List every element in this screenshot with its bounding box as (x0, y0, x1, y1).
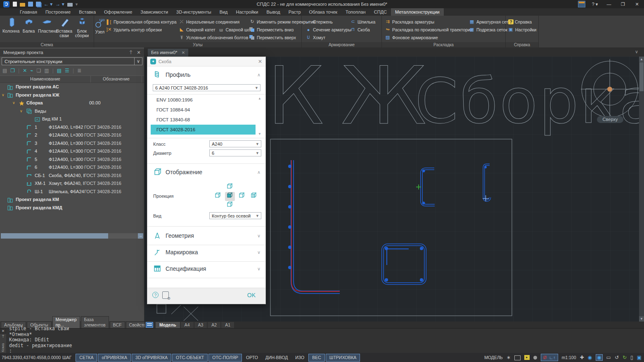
new-file-icon[interactable] (13, 2, 17, 7)
ucs-axis-icon[interactable]: ∟↑ (549, 354, 556, 361)
pin-icon[interactable]: ⍑ (128, 49, 134, 57)
sheet-tab-model[interactable]: Модель (156, 322, 180, 328)
projection-bottom-button[interactable] (225, 201, 235, 210)
section-marking[interactable]: Маркировка ∨ (147, 247, 265, 259)
collapse-icon[interactable]: ∧ (257, 72, 260, 78)
delete-icon[interactable]: ✕ (23, 68, 27, 73)
expand-icon[interactable]: ∨ (257, 233, 260, 239)
tab-oblaka-tochek[interactable]: Облака точек (305, 8, 342, 16)
rod-button[interactable]: ⌐Стержень (305, 18, 348, 26)
arbitrary-contour-trim-button[interactable]: ▌[Произвольная обрезка контура (106, 18, 177, 26)
tab-vstavka[interactable]: Вставка (75, 8, 100, 16)
combo-arrow-icon[interactable]: ∨ (134, 58, 142, 65)
tree-item-rebar-5[interactable]: 5Ф12А400, L=300ГОСТ 34028-2016 (0, 156, 143, 164)
column-designation[interactable]: Обозначение (91, 76, 142, 83)
tab-vid[interactable]: Вид (215, 8, 232, 16)
tab-vyvod[interactable]: Вывод (262, 8, 284, 16)
monitor-icon[interactable] (514, 355, 521, 360)
help-menu-button[interactable]: ? ▾ (588, 0, 602, 8)
section-display[interactable]: Отображение ∧ (147, 167, 265, 179)
regen-icon[interactable]: ↻ (623, 355, 627, 360)
tree-item-project-kmd[interactable]: Проект раздела КМД (0, 204, 143, 212)
settings-button[interactable]: ▣Настройки (507, 26, 540, 33)
tree-item-project-as[interactable]: Проект раздела АС (0, 83, 143, 91)
toggle-ots-polyar[interactable]: ОТС-ПОЛЯР (208, 354, 242, 362)
new-project-icon[interactable]: ▤ (2, 68, 7, 73)
tab-nastroyki[interactable]: Настройки (232, 8, 263, 16)
dialog-title-bar[interactable]: ✦ Скоба ✕ (147, 57, 265, 66)
bolt-symbols-button[interactable]: ŦУсловные обозначения болтов (178, 33, 247, 41)
collapse-icon[interactable]: ∧ (257, 170, 260, 175)
hairpin-button[interactable]: ⊂Шпилька (350, 18, 379, 26)
projection-left-button[interactable] (213, 192, 223, 201)
tab-baza-elementov[interactable]: База элементов (81, 316, 109, 328)
tree-item-project-kzh[interactable]: ∨ Проект раздела КЖ (0, 91, 143, 99)
tree-item-rebar-4[interactable]: 4Ф12А400, L=300ГОСТ 34028-2016 (0, 147, 143, 156)
paste-icon[interactable]: ▥ (44, 68, 49, 73)
toggle-shtrikhovka[interactable]: ШТРИХОВКА (326, 354, 360, 362)
tree-item-rebar-3[interactable]: 3Ф12А400, L=300ГОСТ 34028-2016 (0, 140, 143, 148)
scale-indicator[interactable]: m1:100 (562, 355, 576, 360)
command-line-panel[interactable]: ✕ ⍑ Кома stpile - Вставка сваи *Отмена* … (0, 328, 644, 353)
copy-icon[interactable]: ❏ (37, 68, 41, 73)
plate-button[interactable]: Пластина (38, 17, 55, 38)
expand-icon[interactable]: ∨ (257, 266, 260, 272)
permanent-joints-button[interactable]: ⤬Неразъемные соединения (178, 18, 247, 26)
canvas-vertical-scrollbar[interactable]: ▲ ▼ (639, 57, 644, 322)
mesh-trim-button[interactable]: ▦Подрезка сеток (469, 26, 508, 33)
zoom-window-icon[interactable]: ◉ (596, 354, 602, 361)
no-constraints-icon[interactable]: Ø (543, 354, 547, 361)
document-tab[interactable]: Без имени0*✕ (148, 49, 188, 57)
scroll-up-icon[interactable]: ▲ (639, 57, 644, 62)
project-type-combo[interactable]: Строительные конструкции ∨ (2, 57, 142, 65)
view-mode-combo[interactable]: Контур без осевой▼ (209, 212, 261, 219)
ok-button[interactable]: OK (247, 292, 256, 298)
layout-by-path-button[interactable]: ↬Раскладка по произвольной траектории (384, 26, 467, 33)
toggle-3d-oprivyazka[interactable]: 3D оПРИВЯЗКА (132, 354, 171, 362)
tree-item-project-km[interactable]: Проект раздела КМ (0, 196, 143, 204)
tab-zavisimosti[interactable]: Зависимости (136, 8, 172, 16)
tab-topoplan[interactable]: Топоплан (341, 8, 370, 16)
list-scroll-down-icon[interactable]: ▼ (257, 132, 262, 136)
columns-icon[interactable]: ≣ (77, 68, 81, 73)
toggle-ots-obyekt[interactable]: ОТС-ОБЪЕКТ (172, 354, 208, 362)
tab-oformlenie[interactable]: Оформление (100, 8, 136, 16)
tab-3d-instrumenty[interactable]: 3D-инструменты (172, 8, 215, 16)
profile-combo[interactable]: 6 А240 ГОСТ 34028-2016▼ (153, 84, 260, 91)
tree-item-sborka[interactable]: ∨ Сборка 00.00 (0, 99, 143, 107)
dialog-close-icon[interactable]: ✕ (258, 57, 262, 66)
redo-icon[interactable]: → ▾ (55, 2, 64, 7)
tree-item-homut[interactable]: ХМ-1Хомут, Ф6А240, IГОСТ 34028-2016 (0, 180, 143, 188)
command-history[interactable]: stpile - Вставка сваи *Отмена* Команда: … (9, 326, 72, 354)
zoom-icon[interactable]: ◉ (588, 355, 592, 360)
tab-spds[interactable]: СПДС (370, 8, 391, 16)
standard-option-selected[interactable]: ГОСТ 34028-2016 (151, 125, 256, 135)
tree-item-rebar-1[interactable]: 1Ф15А400, L=842ГОСТ 34028-2016 (0, 123, 143, 132)
open-file-icon[interactable] (20, 3, 25, 7)
pan-icon[interactable]: ✚ (580, 355, 584, 360)
scrollbar-thumb[interactable] (639, 62, 644, 91)
lamp-icon[interactable] (533, 356, 537, 360)
tree-item-rebar-6[interactable]: 6Ф12А400, L=300ГОСТ 34028-2016 (0, 163, 143, 172)
selection-cursor-icon[interactable]: ▸ (524, 355, 530, 360)
undo-icon[interactable]: ← ▾ (44, 2, 52, 7)
expander-icon[interactable]: ∨ (20, 107, 23, 116)
section-profile[interactable]: Профиль ∧ (147, 69, 265, 82)
tab-bcf[interactable]: BCF (110, 322, 125, 328)
rebar-section-button[interactable]: ●Сечение арматуры (305, 26, 348, 33)
tab-metallokonstruktsii[interactable]: Металлоконструкции (391, 8, 444, 16)
tree-horizontal-scrollbar[interactable]: ← → (1, 233, 143, 239)
panel-close-icon[interactable]: ✕ (135, 49, 142, 57)
maximize-button[interactable]: ❐ (616, 0, 630, 8)
weld-leg-button[interactable]: Сварной катет (186, 27, 215, 32)
toggle-setka[interactable]: СЕТКА (76, 354, 97, 362)
toggle-shag[interactable]: ШАГ (59, 354, 75, 361)
weld-seam-button[interactable]: Сварной шов (226, 27, 253, 32)
expander-icon[interactable]: ∨ (12, 99, 15, 107)
tab-postroenie[interactable]: Построение (41, 8, 75, 16)
fullscreen-icon[interactable]: ▣ (637, 355, 642, 360)
delete-trim-contour-button[interactable]: ]✕Удалить контур обрезки (106, 26, 177, 33)
model-space-label[interactable]: МОДЕЛЬ (484, 355, 503, 360)
tree-item-vid-km1[interactable]: Вид КМ 1 (0, 115, 143, 123)
column-button[interactable]: Колонна (2, 17, 19, 38)
